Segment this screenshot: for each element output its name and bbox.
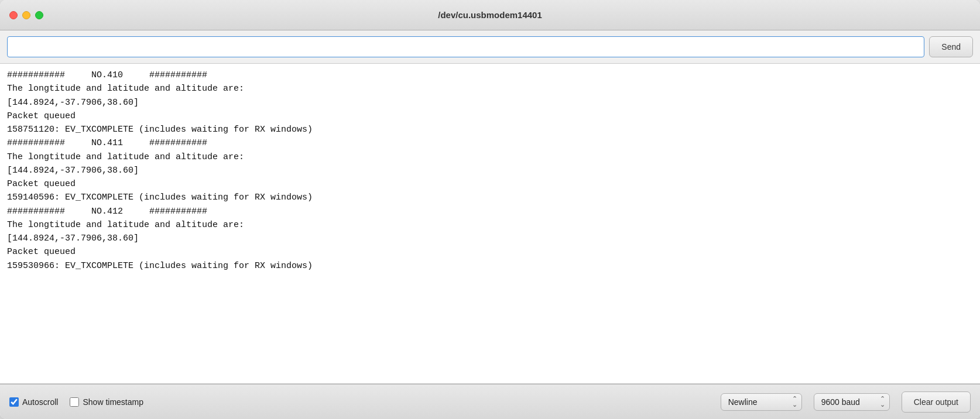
output-line: Packet queued xyxy=(7,177,973,191)
close-button[interactable] xyxy=(9,11,18,19)
message-input[interactable] xyxy=(7,36,924,57)
output-line: [144.8924,-37.7906,38.60] xyxy=(7,164,973,177)
show-timestamp-checkbox[interactable] xyxy=(70,397,79,407)
baud-select[interactable]: 300 baud1200 baud2400 baud4800 baud9600 … xyxy=(814,393,890,411)
output-line: ########### NO.412 ########### xyxy=(7,205,973,218)
output-line: The longtitude and latitude and altitude… xyxy=(7,150,973,164)
output-area[interactable]: ########### NO.410 ###########The longti… xyxy=(0,64,980,384)
output-line: Packet queued xyxy=(7,245,973,259)
traffic-lights xyxy=(9,11,43,19)
clear-output-button[interactable]: Clear output xyxy=(902,391,971,413)
output-line: Packet queued xyxy=(7,109,973,123)
window-title: /dev/cu.usbmodem14401 xyxy=(438,10,542,20)
show-timestamp-group: Show timestamp xyxy=(70,397,143,407)
newline-select-wrapper: NewlineNo line endingCarriage returnBoth… xyxy=(721,393,802,411)
baud-select-wrapper: 300 baud1200 baud2400 baud4800 baud9600 … xyxy=(814,393,890,411)
bottom-bar: Autoscroll Show timestamp NewlineNo line… xyxy=(0,384,980,419)
autoscroll-label[interactable]: Autoscroll xyxy=(22,397,58,407)
output-line: The longtitude and latitude and altitude… xyxy=(7,82,973,95)
output-line: [144.8924,-37.7906,38.60] xyxy=(7,232,973,245)
show-timestamp-label[interactable]: Show timestamp xyxy=(83,397,143,407)
newline-select[interactable]: NewlineNo line endingCarriage returnBoth… xyxy=(721,393,802,411)
send-button[interactable]: Send xyxy=(929,36,973,57)
output-line: 158751120: EV_TXCOMPLETE (includes waiti… xyxy=(7,123,973,136)
title-bar: /dev/cu.usbmodem14401 xyxy=(0,0,980,30)
maximize-button[interactable] xyxy=(35,11,43,19)
output-line: [144.8924,-37.7906,38.60] xyxy=(7,96,973,109)
output-line: ########### NO.411 ########### xyxy=(7,136,973,150)
autoscroll-group: Autoscroll xyxy=(9,397,58,407)
input-bar: Send xyxy=(0,30,980,64)
output-line: 159140596: EV_TXCOMPLETE (includes waiti… xyxy=(7,191,973,204)
autoscroll-checkbox[interactable] xyxy=(9,397,19,407)
minimize-button[interactable] xyxy=(22,11,30,19)
output-line: The longtitude and latitude and altitude… xyxy=(7,218,973,232)
main-window: /dev/cu.usbmodem14401 Send ########### N… xyxy=(0,0,980,419)
output-line: 159530966: EV_TXCOMPLETE (includes waiti… xyxy=(7,259,973,273)
output-line: ########### NO.410 ########### xyxy=(7,68,973,82)
